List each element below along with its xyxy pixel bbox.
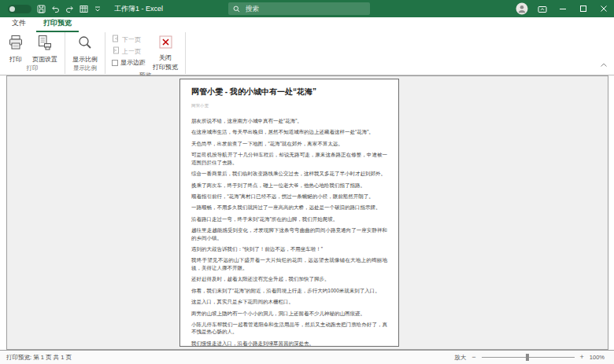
print-button[interactable]: 打印 <box>3 32 28 64</box>
group-zoom: 显示比例 显示比例 <box>65 32 105 74</box>
document-paragraph: 换乘了两次车，终于到了终点，碰上一位老大爷，他热心地给我们指了指路。 <box>191 182 387 189</box>
preview-nav-stack: 下一页 上一页 显示边距 <box>109 32 149 67</box>
close-button[interactable] <box>594 0 614 17</box>
quick-access-toolbar <box>0 5 102 13</box>
ribbon-tabs: 文件 打印预览 <box>0 17 614 32</box>
page-setup-icon <box>36 35 54 54</box>
magnifier-icon <box>76 35 94 54</box>
document-paragraph: 沿着路口走过一弯，终于来到“花海”所在的山脚，我们开始爬坡。 <box>191 215 387 222</box>
autosave-toggle[interactable] <box>8 5 31 13</box>
search-icon <box>233 2 240 16</box>
zoom-slider-knob[interactable] <box>526 354 529 361</box>
prev-page-button[interactable]: 上一页 <box>112 46 146 56</box>
zoom-in-button[interactable]: + <box>580 354 584 361</box>
page-setup-button[interactable]: 页面设置 <box>28 32 61 64</box>
document-paragraph: 遇到的大叔告诉我们：“快到了！前边不远，不用坐车啦！” <box>191 245 387 252</box>
document-paragraph: 在这座城市生活，每天早出晚归，居然不知道城市的边上还藏着这样一处“花海”。 <box>191 128 387 135</box>
zoom-out-button[interactable]: − <box>472 354 475 361</box>
minimize-button[interactable] <box>553 0 573 17</box>
document-paragraph: 我终于望见不远的山下盛开着一大片灿烂的花田，远远望去就像铺在大地上的绚丽地毯，美… <box>191 256 387 271</box>
tab-print-preview[interactable]: 打印预览 <box>36 17 79 32</box>
document-body: 朋友所说不错，这座南方小城中真有一处“花海”。在这座城市生活，每天早出晚归，居然… <box>191 117 387 347</box>
show-margins-checkbox-item[interactable]: 显示边距 <box>112 58 146 67</box>
next-page-icon <box>112 35 120 44</box>
collapse-ribbon-chevron-icon[interactable] <box>600 57 608 72</box>
next-page-label: 下一页 <box>122 35 141 44</box>
title-bar: 工作簿1 - Excel <box>0 0 614 17</box>
show-margins-checkbox[interactable] <box>112 60 118 66</box>
document-paragraph: 还好赶得及时，趁着太阳还没有完全升起，我们加快了脚步。 <box>191 275 387 282</box>
document-paragraph: 可是司机按导航开了十几分钟车程后，却说无路可走，原来这条路正在修整，中途被一道围… <box>191 151 387 166</box>
table-icon[interactable] <box>80 5 88 13</box>
tab-file[interactable]: 文件 <box>5 17 33 32</box>
zoom-slider[interactable] <box>482 357 575 358</box>
group-print: 打印 页面设置 打印 <box>0 32 65 74</box>
prev-page-label: 上一页 <box>122 47 141 56</box>
next-page-button[interactable]: 下一页 <box>112 35 146 44</box>
document-paragraph: 你看，我们来到了“花海”的附近，沿着田埂上行走，步行大约1000米就来到了入口。 <box>191 287 387 294</box>
search-box[interactable] <box>228 2 370 15</box>
page-setup-button-label: 页面设置 <box>32 56 57 64</box>
customize-qat-chevron-icon[interactable] <box>94 5 102 13</box>
printer-icon <box>7 35 24 54</box>
window-title: 工作簿1 - Excel <box>114 4 163 14</box>
toggle-knob-icon <box>9 6 15 12</box>
document-paragraph: 小陈儿停车帮我们一起看管遮阳伞和生活用品等，然后又主动跑去把门票给办好了，真不愧… <box>191 321 387 336</box>
user-avatar[interactable] <box>512 0 532 17</box>
ribbon: 文件 打印预览 打印 页面设置 打印 显示比例 <box>0 17 614 75</box>
ribbon-display-options-icon[interactable] <box>532 0 553 17</box>
zoom-label: 放大 <box>454 354 466 362</box>
undo-icon[interactable] <box>51 5 60 13</box>
document-title: 网管小雯 - 我的小城中有一处“花海” <box>191 86 387 97</box>
zoom-button-label: 显示比例 <box>72 56 98 64</box>
document-paragraph: 顺着指引前行，“花海”离村口已经不远，拐过一条蜿蜒的小径，眼前豁然开朗了。 <box>191 193 387 200</box>
status-page-info: 打印预览: 第 1 页 共 1 页 <box>0 354 72 362</box>
close-preview-icon <box>158 35 173 53</box>
zoom-percentage[interactable]: 100% <box>590 354 605 361</box>
document-paragraph: 综合一番商量后，我们临时改变路线乘公交过去，这样我又多花了半小时才赶到郊外。 <box>191 170 387 177</box>
show-margins-label: 显示边距 <box>120 58 146 67</box>
save-icon[interactable] <box>37 5 46 13</box>
document-paragraph: 朋友所说不错，这座南方小城中真有一处“花海”。 <box>191 117 387 124</box>
status-bar: 打印预览: 第 1 页 共 1 页 放大 − + 100% <box>0 350 614 364</box>
document-paragraph: 越往里走越能感受到变化，才发现脚下这条弯弯曲曲的田间小路竟通向了一座安静祥和的乡… <box>191 226 387 241</box>
document-paragraph: 这是入口，其实只是乡下花田间的木栅栏口。 <box>191 298 387 305</box>
zoom-button[interactable]: 显示比例 <box>68 32 102 64</box>
group-label-print: 打印 <box>3 64 61 75</box>
document-byline: 网管小雯 <box>191 103 387 108</box>
document-paragraph: 一路顺畅，不用多久我们就跨过了一座高高的大桥，远处是一个破旧的路口指示牌。 <box>191 204 387 211</box>
close-print-preview-button[interactable]: 关闭 打印预览 <box>149 32 182 71</box>
window-controls <box>512 0 614 17</box>
print-preview-area: 网管小雯 - 我的小城中有一处“花海” 网管小雯 朋友所说不错，这座南方小城中真… <box>6 75 608 350</box>
document-paragraph: 我们慢慢走进入口，沿着小路走到绿草茵茵的深处去。 <box>191 340 387 347</box>
redo-icon[interactable] <box>65 5 74 13</box>
group-label-zoom: 显示比例 <box>68 64 102 75</box>
search-input[interactable] <box>244 4 357 13</box>
print-button-label: 打印 <box>9 56 22 64</box>
restore-button[interactable] <box>573 0 594 17</box>
document-page: 网管小雯 - 我的小城中有一处“花海” 网管小雯 朋友所说不错，这座南方小城中真… <box>179 79 399 347</box>
close-preview-label-line1: 关闭 <box>159 54 172 62</box>
document-paragraph: 天色尚早，出发前查了一下地图，“花海”就在郊外，离家不算太远。 <box>191 140 387 147</box>
prev-page-icon <box>112 46 120 56</box>
group-preview: 下一页 上一页 显示边距 关闭 打印预览 预览 <box>105 32 186 74</box>
zoom-controls: 放大 − + 100% <box>454 354 614 362</box>
close-preview-label-line2: 打印预览 <box>153 64 178 72</box>
document-paragraph: 两旁的山坡上隐约有一个小小的洞儿，洞口上还留着不少儿神秘的山画痕迹。 <box>191 310 387 317</box>
ribbon-body: 打印 页面设置 打印 显示比例 显示比例 <box>0 32 614 74</box>
